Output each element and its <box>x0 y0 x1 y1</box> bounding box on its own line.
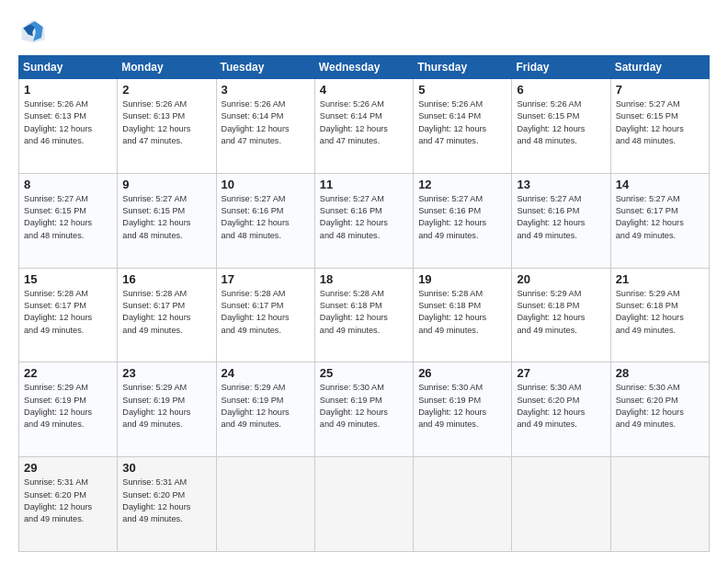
day-info: Sunrise: 5:30 AM Sunset: 6:19 PM Dayligh… <box>320 382 408 431</box>
day-info: Sunrise: 5:28 AM Sunset: 6:17 PM Dayligh… <box>24 288 112 337</box>
calendar-cell: 6 Sunrise: 5:26 AM Sunset: 6:15 PM Dayli… <box>512 79 610 174</box>
day-info: Sunrise: 5:27 AM Sunset: 6:17 PM Dayligh… <box>616 193 704 242</box>
calendar-header-thursday: Thursday <box>414 56 512 79</box>
day-info: Sunrise: 5:26 AM Sunset: 6:15 PM Dayligh… <box>517 98 605 147</box>
day-info: Sunrise: 5:27 AM Sunset: 6:16 PM Dayligh… <box>320 193 408 242</box>
day-number: 12 <box>418 178 506 191</box>
calendar-cell: 10 Sunrise: 5:27 AM Sunset: 6:16 PM Dayl… <box>216 173 314 268</box>
calendar-cell: 24 Sunrise: 5:29 AM Sunset: 6:19 PM Dayl… <box>216 362 314 457</box>
day-info: Sunrise: 5:29 AM Sunset: 6:19 PM Dayligh… <box>24 382 112 431</box>
calendar-cell: 12 Sunrise: 5:27 AM Sunset: 6:16 PM Dayl… <box>414 173 512 268</box>
calendar-cell: 27 Sunrise: 5:30 AM Sunset: 6:20 PM Dayl… <box>512 362 610 457</box>
calendar-cell <box>610 457 709 552</box>
day-info: Sunrise: 5:28 AM Sunset: 6:17 PM Dayligh… <box>222 288 310 337</box>
day-info: Sunrise: 5:30 AM Sunset: 6:19 PM Dayligh… <box>418 382 506 431</box>
day-number: 22 <box>24 366 112 380</box>
day-info: Sunrise: 5:29 AM Sunset: 6:18 PM Dayligh… <box>517 288 605 337</box>
day-number: 11 <box>320 178 408 191</box>
day-number: 23 <box>122 366 210 380</box>
day-number: 13 <box>517 178 605 191</box>
day-info: Sunrise: 5:27 AM Sunset: 6:15 PM Dayligh… <box>24 193 112 242</box>
calendar-cell <box>512 457 610 552</box>
calendar-header-saturday: Saturday <box>610 56 709 79</box>
day-number: 7 <box>616 83 704 97</box>
day-info: Sunrise: 5:31 AM Sunset: 6:20 PM Dayligh… <box>122 477 210 525</box>
calendar-cell <box>216 457 314 552</box>
calendar-cell: 30 Sunrise: 5:31 AM Sunset: 6:20 PM Dayl… <box>118 457 216 552</box>
day-number: 15 <box>24 272 112 286</box>
calendar-cell: 28 Sunrise: 5:30 AM Sunset: 6:20 PM Dayl… <box>610 362 709 457</box>
calendar-cell: 7 Sunrise: 5:27 AM Sunset: 6:15 PM Dayli… <box>610 79 709 174</box>
day-number: 27 <box>517 366 605 380</box>
day-info: Sunrise: 5:26 AM Sunset: 6:13 PM Dayligh… <box>122 98 210 147</box>
calendar-header-friday: Friday <box>512 56 610 79</box>
day-number: 5 <box>418 83 506 97</box>
day-number: 30 <box>122 461 210 475</box>
header <box>18 17 710 46</box>
calendar-cell: 13 Sunrise: 5:27 AM Sunset: 6:16 PM Dayl… <box>512 173 610 268</box>
calendar-week-1: 1 Sunrise: 5:26 AM Sunset: 6:13 PM Dayli… <box>19 79 710 174</box>
calendar-cell: 23 Sunrise: 5:29 AM Sunset: 6:19 PM Dayl… <box>118 362 216 457</box>
calendar-cell: 14 Sunrise: 5:27 AM Sunset: 6:17 PM Dayl… <box>610 173 709 268</box>
day-info: Sunrise: 5:29 AM Sunset: 6:19 PM Dayligh… <box>222 382 310 431</box>
day-number: 4 <box>320 83 408 97</box>
calendar-cell: 25 Sunrise: 5:30 AM Sunset: 6:19 PM Dayl… <box>314 362 413 457</box>
day-info: Sunrise: 5:30 AM Sunset: 6:20 PM Dayligh… <box>616 382 704 431</box>
day-number: 19 <box>418 272 506 286</box>
calendar-cell: 18 Sunrise: 5:28 AM Sunset: 6:18 PM Dayl… <box>314 268 413 362</box>
calendar-week-4: 22 Sunrise: 5:29 AM Sunset: 6:19 PM Dayl… <box>19 362 710 457</box>
day-number: 1 <box>24 83 112 97</box>
calendar-cell: 22 Sunrise: 5:29 AM Sunset: 6:19 PM Dayl… <box>19 362 118 457</box>
day-info: Sunrise: 5:26 AM Sunset: 6:13 PM Dayligh… <box>24 98 112 147</box>
page: SundayMondayTuesdayWednesdayThursdayFrid… <box>0 0 728 563</box>
calendar-cell: 21 Sunrise: 5:29 AM Sunset: 6:18 PM Dayl… <box>610 268 709 362</box>
day-info: Sunrise: 5:27 AM Sunset: 6:16 PM Dayligh… <box>517 193 605 242</box>
day-number: 29 <box>24 461 112 475</box>
day-info: Sunrise: 5:29 AM Sunset: 6:19 PM Dayligh… <box>122 382 210 431</box>
calendar-header-wednesday: Wednesday <box>314 56 413 79</box>
logo <box>18 17 53 46</box>
calendar-header-row: SundayMondayTuesdayWednesdayThursdayFrid… <box>19 56 710 79</box>
day-number: 18 <box>320 272 408 286</box>
day-number: 21 <box>616 272 704 286</box>
calendar-cell: 11 Sunrise: 5:27 AM Sunset: 6:16 PM Dayl… <box>314 173 413 268</box>
day-number: 28 <box>616 366 704 380</box>
calendar-cell: 29 Sunrise: 5:31 AM Sunset: 6:20 PM Dayl… <box>19 457 118 552</box>
calendar-week-3: 15 Sunrise: 5:28 AM Sunset: 6:17 PM Dayl… <box>19 268 710 362</box>
day-info: Sunrise: 5:27 AM Sunset: 6:15 PM Dayligh… <box>122 193 210 242</box>
day-info: Sunrise: 5:26 AM Sunset: 6:14 PM Dayligh… <box>418 98 506 147</box>
calendar-header-sunday: Sunday <box>19 56 118 79</box>
day-info: Sunrise: 5:29 AM Sunset: 6:18 PM Dayligh… <box>616 288 704 337</box>
calendar-cell: 3 Sunrise: 5:26 AM Sunset: 6:14 PM Dayli… <box>216 79 314 174</box>
calendar-cell: 9 Sunrise: 5:27 AM Sunset: 6:15 PM Dayli… <box>118 173 216 268</box>
calendar-cell: 20 Sunrise: 5:29 AM Sunset: 6:18 PM Dayl… <box>512 268 610 362</box>
calendar-header-tuesday: Tuesday <box>216 56 314 79</box>
calendar-cell: 4 Sunrise: 5:26 AM Sunset: 6:14 PM Dayli… <box>314 79 413 174</box>
calendar-cell: 16 Sunrise: 5:28 AM Sunset: 6:17 PM Dayl… <box>118 268 216 362</box>
day-number: 14 <box>616 178 704 191</box>
calendar-week-2: 8 Sunrise: 5:27 AM Sunset: 6:15 PM Dayli… <box>19 173 710 268</box>
day-info: Sunrise: 5:27 AM Sunset: 6:15 PM Dayligh… <box>616 98 704 147</box>
calendar-cell: 15 Sunrise: 5:28 AM Sunset: 6:17 PM Dayl… <box>19 268 118 362</box>
calendar-cell <box>314 457 413 552</box>
day-info: Sunrise: 5:28 AM Sunset: 6:17 PM Dayligh… <box>122 288 210 337</box>
generalblue-logo-icon <box>18 17 48 46</box>
calendar-cell: 8 Sunrise: 5:27 AM Sunset: 6:15 PM Dayli… <box>19 173 118 268</box>
calendar-cell: 2 Sunrise: 5:26 AM Sunset: 6:13 PM Dayli… <box>118 79 216 174</box>
calendar-table: SundayMondayTuesdayWednesdayThursdayFrid… <box>18 55 710 552</box>
day-number: 10 <box>222 178 310 191</box>
day-info: Sunrise: 5:27 AM Sunset: 6:16 PM Dayligh… <box>222 193 310 242</box>
day-info: Sunrise: 5:26 AM Sunset: 6:14 PM Dayligh… <box>320 98 408 147</box>
day-number: 6 <box>517 83 605 97</box>
calendar-cell: 1 Sunrise: 5:26 AM Sunset: 6:13 PM Dayli… <box>19 79 118 174</box>
day-info: Sunrise: 5:28 AM Sunset: 6:18 PM Dayligh… <box>320 288 408 337</box>
calendar-cell <box>414 457 512 552</box>
day-number: 9 <box>122 178 210 191</box>
day-info: Sunrise: 5:26 AM Sunset: 6:14 PM Dayligh… <box>222 98 310 147</box>
day-info: Sunrise: 5:27 AM Sunset: 6:16 PM Dayligh… <box>418 193 506 242</box>
day-info: Sunrise: 5:28 AM Sunset: 6:18 PM Dayligh… <box>418 288 506 337</box>
calendar-cell: 19 Sunrise: 5:28 AM Sunset: 6:18 PM Dayl… <box>414 268 512 362</box>
calendar-week-5: 29 Sunrise: 5:31 AM Sunset: 6:20 PM Dayl… <box>19 457 710 552</box>
day-number: 8 <box>24 178 112 191</box>
calendar-cell: 17 Sunrise: 5:28 AM Sunset: 6:17 PM Dayl… <box>216 268 314 362</box>
